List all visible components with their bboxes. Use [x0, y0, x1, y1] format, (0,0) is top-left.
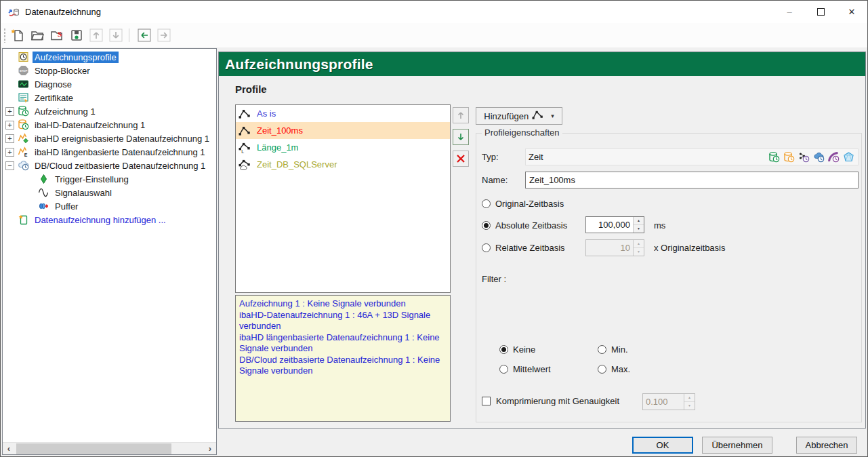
detail-panel: Aufzeichnungsprofile Profile As isZeit_1…	[218, 52, 866, 429]
tree-item-label: Signalauswahl	[53, 187, 114, 199]
radio-label: Keine	[513, 344, 535, 355]
absolute-timebase-spinner[interactable]: 100,000 ▲▼	[585, 216, 644, 233]
profile-name-input[interactable]: Zeit_100ms	[525, 172, 859, 188]
dropdown-caret-icon[interactable]: ▾	[551, 113, 554, 119]
compression-label: Komprimierung mit Genauigkeit	[496, 396, 619, 406]
info-line: ibaHD-Datenaufzeichnung 1 : 46A + 13D Si…	[239, 310, 447, 332]
compression-checkbox[interactable]	[482, 397, 491, 405]
tree-item[interactable]: Datenaufzeichnung hinzufügen ...	[3, 213, 216, 226]
cancel-button[interactable]: Abbrechen	[796, 437, 857, 454]
tree-item[interactable]: −DB/Cloud zeitbasierte Datenaufzeichnung…	[3, 159, 216, 172]
filter-radio-min[interactable]: Min.	[598, 340, 679, 359]
profile-name: Zeit_100ms	[257, 125, 303, 136]
filter-radio-max[interactable]: Max.	[598, 359, 679, 379]
plus-expander-icon[interactable]: +	[5, 148, 14, 157]
stop-blocker-icon: STOP	[17, 65, 29, 76]
plus-expander-icon[interactable]: +	[5, 107, 14, 116]
move-profile-up-button[interactable]	[453, 107, 469, 123]
filter-radio-mittelwert[interactable]: Mittelwert	[499, 359, 598, 379]
radio-icon[interactable]	[482, 221, 491, 230]
radio-icon[interactable]	[482, 243, 491, 252]
svg-text:STOP: STOP	[19, 69, 27, 73]
navigate-back-icon[interactable]	[136, 26, 153, 44]
filter-label: Filter :	[482, 274, 506, 284]
signal-connection-info: Aufzeichnung 1 : Keine Signale verbunden…	[235, 295, 451, 422]
buffer-icon	[37, 201, 49, 212]
recording-profile-icon	[17, 52, 29, 62]
profile-list-item[interactable]: Zeit_DB_SQLServer	[236, 156, 450, 173]
tree-item[interactable]: Trigger-Einstellung	[3, 172, 216, 186]
profile-list[interactable]: As isZeit_100msLLänge_1mZeit_DB_SQLServe…	[235, 104, 451, 293]
tree-item[interactable]: +ibaHD ereignisbasierte Datenaufzeichnun…	[3, 132, 216, 145]
navigation-tree: AufzeichnungsprofileSTOPStopp-BlockerDia…	[3, 50, 216, 441]
spinner-value: 0.100	[643, 394, 684, 410]
radio-relative-timebase[interactable]: Relative Zeitbasis	[482, 243, 565, 253]
navigation-panel: AufzeichnungsprofileSTOPStopp-BlockerDia…	[2, 48, 217, 455]
tree-item-label: Stopp-Blocker	[33, 65, 92, 77]
radio-icon[interactable]	[598, 365, 606, 374]
horizontal-scrollbar[interactable]: ‹ ›	[3, 442, 216, 454]
maximize-icon[interactable]	[805, 1, 836, 23]
new-config-icon[interactable]	[9, 26, 26, 44]
plus-expander-icon[interactable]: +	[5, 134, 14, 143]
tree-item-label: Datenaufzeichnung hinzufügen ...	[33, 214, 168, 226]
ok-button[interactable]: OK	[632, 437, 693, 454]
close-icon[interactable]: ✕	[836, 1, 867, 23]
tree-item[interactable]: Signalauswahl	[3, 186, 216, 199]
open-config-icon[interactable]	[28, 26, 46, 44]
profile-properties-group: Profileigenschaften Typ: Zeit Name: Zeit…	[476, 133, 862, 422]
radio-icon[interactable]	[499, 365, 508, 374]
main-toolbar: S	[1, 23, 867, 47]
dat-time-profile-icon	[768, 152, 781, 163]
app-icon	[7, 6, 20, 18]
svg-text:L: L	[241, 148, 244, 153]
hd-length-recording-icon: E	[17, 146, 29, 157]
spin-down-icon: ▼	[634, 248, 644, 256]
radio-icon[interactable]	[499, 345, 508, 354]
minimize-icon[interactable]: –	[774, 1, 805, 23]
spin-down-icon[interactable]: ▼	[634, 225, 644, 233]
tree-item[interactable]: STOPStopp-Blocker	[3, 64, 216, 77]
app-window: Datenaufzeichnung – ✕ S Aufzeichnungspro…	[0, 0, 868, 457]
plus-expander-icon[interactable]: +	[5, 121, 14, 130]
move-profile-down-button[interactable]	[453, 129, 469, 145]
apply-button[interactable]: Übernehmen	[702, 437, 772, 454]
tree-item[interactable]: Puffer	[3, 199, 216, 213]
spinner-value[interactable]: 100,000	[586, 217, 633, 233]
tree-item[interactable]: +EibaHD längenbasierte Datenaufzeichnung…	[3, 145, 216, 159]
scrollbar-thumb[interactable]	[16, 443, 171, 454]
spinner-value: 10	[586, 240, 633, 256]
tree-item[interactable]: +Aufzeichnung 1	[3, 104, 216, 118]
tree-item-label: ibaHD-Datenaufzeichnung 1	[33, 119, 147, 131]
tree-item-label: Aufzeichnungsprofile	[33, 52, 119, 63]
minus-expander-icon[interactable]: −	[5, 161, 14, 170]
radio-icon[interactable]	[598, 345, 606, 354]
relative-timebase-spinner: 10 ▲▼	[585, 239, 644, 256]
info-line: ibaHD längenbasierte Datenaufzeichnung 1…	[239, 332, 447, 355]
radio-absolute-timebase[interactable]: Absolute Zeitbasis	[482, 220, 567, 231]
profile-curve-length-icon: L	[239, 142, 252, 153]
filter-options: KeineMin.MittelwertMax.	[499, 340, 679, 379]
scroll-left-icon[interactable]: ‹	[3, 443, 15, 454]
typ-field: Zeit	[525, 148, 859, 165]
spin-up-icon[interactable]: ▲	[634, 217, 644, 225]
open-recent-config-icon[interactable]: S	[48, 26, 66, 44]
tree-item[interactable]: Zertifikate	[3, 91, 216, 104]
profile-list-item[interactable]: LLänge_1m	[236, 139, 450, 156]
tree-item[interactable]: +ibaHD-Datenaufzeichnung 1	[3, 118, 216, 132]
profile-list-item[interactable]: Zeit_100ms	[236, 122, 450, 139]
delete-profile-button[interactable]	[453, 151, 469, 167]
tree-item[interactable]: Diagnose	[3, 77, 216, 91]
add-profile-button[interactable]: Hinzufügen ▾	[476, 107, 562, 125]
info-line: Aufzeichnung 1 : Keine Signale verbunden	[239, 298, 447, 310]
save-config-icon[interactable]	[68, 26, 85, 44]
radio-original-timebase[interactable]: Original-Zeitbasis	[482, 199, 564, 209]
tree-item[interactable]: Aufzeichnungsprofile	[3, 50, 216, 64]
tree-item-label: Aufzeichnung 1	[33, 106, 98, 117]
profile-list-item[interactable]: As is	[236, 105, 450, 122]
hd-time-profile-icon	[783, 152, 795, 163]
scroll-right-icon[interactable]: ›	[204, 443, 216, 454]
scrollbar-track[interactable]	[15, 443, 204, 455]
filter-radio-keine[interactable]: Keine	[499, 340, 598, 359]
radio-icon[interactable]	[482, 199, 491, 208]
